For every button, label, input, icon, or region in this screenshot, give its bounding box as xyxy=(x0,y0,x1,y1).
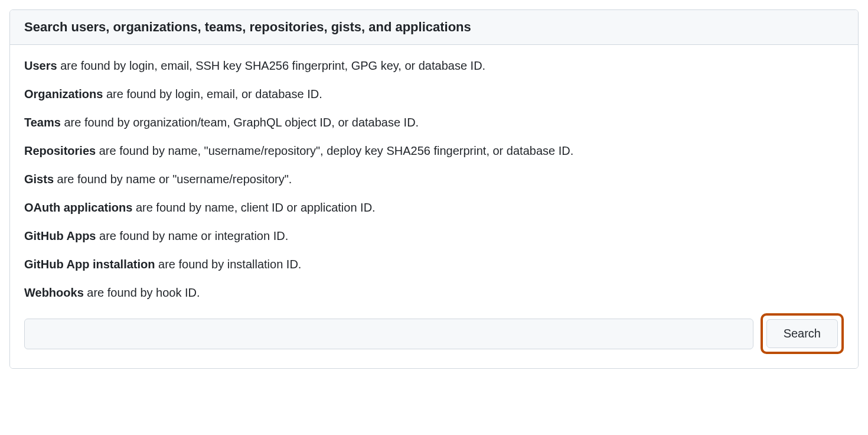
hint-gists-label: Gists xyxy=(24,173,54,186)
hint-users: Users are found by login, email, SSH key… xyxy=(24,57,844,74)
hint-users-label: Users xyxy=(24,59,57,72)
hint-webhooks-text: are found by hook ID. xyxy=(84,286,200,299)
hint-github-app-installation-label: GitHub App installation xyxy=(24,258,155,271)
search-input[interactable] xyxy=(24,319,753,349)
hint-webhooks-label: Webhooks xyxy=(24,286,84,299)
hint-organizations: Organizations are found by login, email,… xyxy=(24,85,844,103)
search-button[interactable]: Search xyxy=(766,319,838,348)
hint-webhooks: Webhooks are found by hook ID. xyxy=(24,284,844,301)
hint-users-text: are found by login, email, SSH key SHA25… xyxy=(57,59,486,72)
hint-repositories-text: are found by name, "username/repository"… xyxy=(96,144,573,157)
hint-teams-label: Teams xyxy=(24,116,61,129)
search-row: Search xyxy=(24,313,844,354)
hint-gists: Gists are found by name or "username/rep… xyxy=(24,170,844,188)
search-panel: Search users, organizations, teams, repo… xyxy=(9,9,859,369)
hint-oauth-applications-label: OAuth applications xyxy=(24,201,132,214)
panel-header: Search users, organizations, teams, repo… xyxy=(10,10,858,45)
hint-organizations-text: are found by login, email, or database I… xyxy=(103,87,322,100)
hint-github-app-installation-text: are found by installation ID. xyxy=(155,258,301,271)
hint-gists-text: are found by name or "username/repositor… xyxy=(54,173,292,186)
panel-body: Users are found by login, email, SSH key… xyxy=(10,45,858,368)
hint-oauth-applications-text: are found by name, client ID or applicat… xyxy=(132,201,375,214)
hint-oauth-applications: OAuth applications are found by name, cl… xyxy=(24,199,844,216)
hint-github-apps-text: are found by name or integration ID. xyxy=(96,229,288,242)
hint-github-apps: GitHub Apps are found by name or integra… xyxy=(24,227,844,245)
hint-teams-text: are found by organization/team, GraphQL … xyxy=(61,116,419,129)
hint-repositories-label: Repositories xyxy=(24,144,96,157)
hint-organizations-label: Organizations xyxy=(24,87,103,100)
search-button-highlight: Search xyxy=(761,313,844,354)
hint-github-app-installation: GitHub App installation are found by ins… xyxy=(24,255,844,273)
hint-github-apps-label: GitHub Apps xyxy=(24,229,96,242)
hint-teams: Teams are found by organization/team, Gr… xyxy=(24,113,844,131)
hint-repositories: Repositories are found by name, "usernam… xyxy=(24,142,844,160)
panel-title: Search users, organizations, teams, repo… xyxy=(24,20,844,35)
